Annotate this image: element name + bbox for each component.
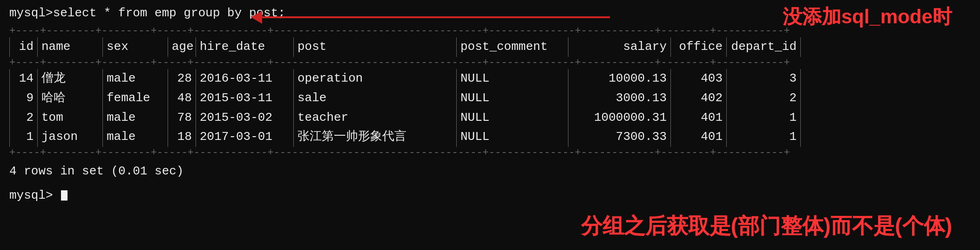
cell-salary-1: 10000.13 — [568, 69, 670, 89]
col-header-id: id — [9, 37, 37, 57]
cell-depart-id-4: 1 — [726, 127, 801, 147]
col-header-salary: salary — [568, 37, 670, 57]
cell-hire-date-2: 2015-03-11 — [196, 89, 293, 108]
final-mysql-prompt: mysql> — [9, 188, 53, 202]
cell-name-4: jason — [37, 127, 102, 147]
col-header-sex: sex — [102, 37, 168, 57]
cell-depart-id-2: 2 — [726, 89, 801, 108]
table-header-row: id name sex age hire_date post post_comm… — [9, 37, 971, 57]
query-result-table: +----+--------+--------+-----+----------… — [9, 25, 971, 160]
cursor-icon — [61, 190, 68, 201]
cell-name-2: 哈哈 — [37, 89, 102, 108]
cell-salary-3: 1000000.31 — [568, 108, 670, 128]
cell-hire-date-4: 2017-03-01 — [196, 127, 293, 147]
cell-hire-date-1: 2016-03-11 — [196, 69, 293, 89]
cell-post-4: 张江第一帅形象代言 — [293, 127, 456, 147]
final-prompt: mysql> — [9, 187, 971, 205]
cell-age-1: 28 — [168, 69, 196, 89]
cell-hire-date-3: 2015-03-02 — [196, 108, 293, 128]
cell-name-1: 僧龙 — [37, 69, 102, 89]
table-row: 9 哈哈 female 48 2015-03-11 sale NULL 3000… — [9, 89, 971, 108]
cell-id-3: 2 — [9, 108, 37, 128]
table-row: 1 jason male 18 2017-03-01 张江第一帅形象代言 NUL… — [9, 127, 971, 147]
cell-office-1: 403 — [670, 69, 726, 89]
cell-post-comment-1: NULL — [456, 69, 568, 89]
col-header-name: name — [37, 37, 102, 57]
cell-office-2: 402 — [670, 89, 726, 108]
col-header-post-comment: post_comment — [456, 37, 568, 57]
col-header-age: age — [168, 37, 196, 57]
table-divider-bottom: +----+--------+--------+-----+----------… — [9, 147, 971, 159]
annotation-bottom: 分组之后获取是(部门整体)而不是(个体) — [581, 210, 952, 242]
table-row: 2 tom male 78 2015-03-02 teacher NULL 10… — [9, 108, 971, 128]
cell-post-comment-2: NULL — [456, 89, 568, 108]
table-divider-mid: +----+--------+--------+-----+----------… — [9, 57, 971, 69]
cell-office-3: 401 — [670, 108, 726, 128]
terminal: mysql> select * from emp group by post; … — [0, 0, 980, 250]
cell-sex-2: female — [102, 89, 168, 108]
cell-depart-id-3: 1 — [726, 108, 801, 128]
cell-id-4: 1 — [9, 127, 37, 147]
cell-post-comment-3: NULL — [456, 108, 568, 128]
col-header-office: office — [670, 37, 726, 57]
cell-post-3: teacher — [293, 108, 456, 128]
sql-command: select * from emp group by post; — [53, 5, 285, 22]
cell-id-2: 9 — [9, 89, 37, 108]
cell-depart-id-1: 3 — [726, 69, 801, 89]
cell-office-4: 401 — [670, 127, 726, 147]
annotation-top: 没添加sql_mode时 — [783, 3, 952, 31]
cell-salary-2: 3000.13 — [568, 89, 670, 108]
cell-name-3: tom — [37, 108, 102, 128]
cell-age-4: 18 — [168, 127, 196, 147]
cell-id-1: 14 — [9, 69, 37, 89]
cell-post-comment-4: NULL — [456, 127, 568, 147]
col-header-post: post — [293, 37, 456, 57]
cell-age-3: 78 — [168, 108, 196, 128]
col-header-depart-id: depart_id — [726, 37, 801, 57]
cell-sex-4: male — [102, 127, 168, 147]
cell-post-2: sale — [293, 89, 456, 108]
cell-age-2: 48 — [168, 89, 196, 108]
cell-sex-3: male — [102, 108, 168, 128]
col-header-hire-date: hire_date — [196, 37, 293, 57]
mysql-prompt: mysql> — [9, 5, 53, 22]
cell-sex-1: male — [102, 69, 168, 89]
cell-salary-4: 7300.33 — [568, 127, 670, 147]
cell-post-1: operation — [293, 69, 456, 89]
result-info: 4 rows in set (0.01 sec) — [9, 163, 971, 181]
table-row: 14 僧龙 male 28 2016-03-11 operation NULL … — [9, 69, 971, 89]
